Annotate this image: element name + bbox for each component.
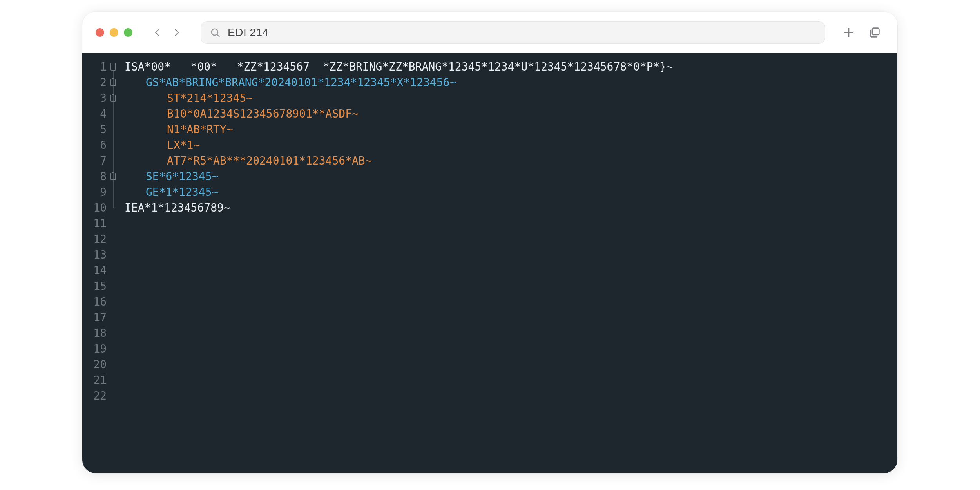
line-number: 1	[82, 59, 110, 75]
line-number: 21	[82, 372, 110, 388]
stacked-squares-icon	[868, 26, 881, 39]
line-number: 7	[82, 153, 110, 169]
close-window-button[interactable]	[96, 28, 104, 37]
fold-handle[interactable]	[110, 173, 116, 180]
fold-handle[interactable]	[110, 95, 116, 102]
line-number: 22	[82, 388, 110, 404]
line-number: 20	[82, 357, 110, 372]
zoom-window-button[interactable]	[124, 28, 132, 37]
line-number: 4	[82, 106, 110, 122]
line-number: 12	[82, 231, 110, 247]
line-number: 10	[82, 200, 110, 216]
tabs-overview-button[interactable]	[868, 26, 881, 39]
code-editor[interactable]: 12345678910111213141516171819202122 ISA*…	[82, 53, 897, 473]
code-line: ISA*00* *00* *ZZ*1234567 *ZZ*BRING*ZZ*BR…	[125, 59, 673, 75]
line-number: 9	[82, 184, 110, 200]
code-line: AT7*R5*AB***20240101*123456*AB~	[125, 153, 372, 169]
line-number: 11	[82, 216, 110, 231]
line-number: 15	[82, 278, 110, 294]
line-number: 14	[82, 263, 110, 278]
search-value: EDI 214	[228, 26, 269, 39]
line-number: 19	[82, 341, 110, 357]
new-tab-button[interactable]	[842, 26, 855, 39]
code-line: GS*AB*BRING*BRANG*20240101*1234*12345*X*…	[125, 75, 456, 90]
code-line: SE*6*12345~	[125, 169, 218, 184]
line-number: 18	[82, 325, 110, 341]
nav-arrows	[152, 25, 182, 40]
code-content: ISA*00* *00* *ZZ*1234567 *ZZ*BRING*ZZ*BR…	[122, 53, 673, 473]
search-icon	[210, 27, 221, 38]
line-number: 6	[82, 137, 110, 153]
window-controls	[96, 28, 132, 37]
fold-handle[interactable]	[110, 79, 116, 86]
chevron-right-icon	[172, 25, 182, 40]
line-number: 2	[82, 75, 110, 90]
code-line: B10*0A1234S12345678901**ASDF~	[125, 106, 359, 122]
code-line: GE*1*12345~	[125, 184, 218, 200]
search-field[interactable]: EDI 214	[201, 21, 825, 44]
plus-icon	[842, 26, 855, 39]
forward-button[interactable]	[172, 25, 182, 40]
fold-gutter	[110, 53, 122, 473]
code-line: ST*214*12345~	[125, 90, 253, 106]
line-number: 5	[82, 122, 110, 137]
app-window: EDI 214 12345678910111213141516171819202…	[82, 12, 897, 473]
toolbar: EDI 214	[82, 12, 897, 53]
line-number-gutter: 12345678910111213141516171819202122	[82, 53, 110, 473]
line-number: 8	[82, 169, 110, 184]
svg-line-1	[217, 34, 219, 37]
fold-handle[interactable]	[110, 63, 116, 71]
line-number: 13	[82, 247, 110, 263]
svg-rect-4	[872, 28, 879, 35]
code-line: N1*AB*RTY~	[125, 122, 233, 137]
chevron-left-icon	[152, 25, 162, 40]
line-number: 17	[82, 310, 110, 325]
minimize-window-button[interactable]	[110, 28, 118, 37]
code-line: LX*1~	[125, 137, 200, 153]
back-button[interactable]	[152, 25, 162, 40]
line-number: 16	[82, 294, 110, 310]
code-line: IEA*1*123456789~	[125, 200, 230, 216]
line-number: 3	[82, 90, 110, 106]
